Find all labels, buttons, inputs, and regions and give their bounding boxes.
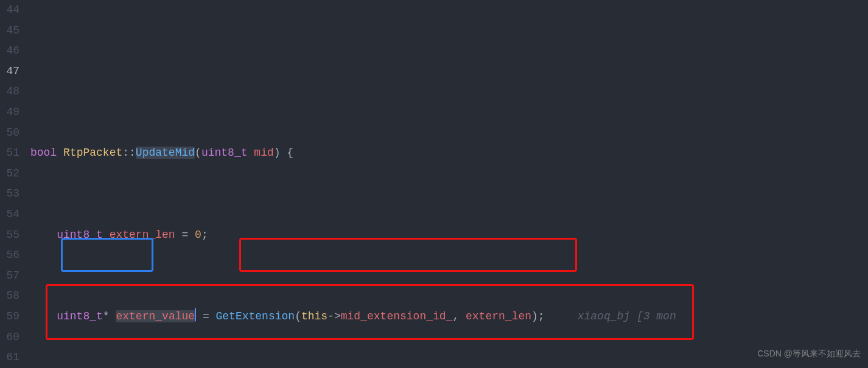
line-number: 46 (0, 41, 19, 61)
line-number: 44 (0, 0, 19, 21)
line-number: 55 (0, 225, 19, 246)
line-number: 45 (0, 21, 19, 41)
code-line: bool RtpPacket::UpdateMid(uint8_t mid) { (30, 143, 868, 164)
highlighted-word: extern_value (116, 310, 196, 322)
line-number: 51 (0, 143, 19, 164)
code-line-current: uint8_t* extern_value = GetExtension(thi… (30, 307, 868, 327)
line-number-gutter: 44 45 46 47 48 49 50 51 52 53 54 55 56 5… (0, 0, 30, 368)
line-number-current: 47 (0, 61, 19, 82)
line-number: 54 (0, 204, 19, 225)
code-editor[interactable]: 44 45 46 47 48 49 50 51 52 53 54 55 56 5… (0, 0, 868, 368)
line-number: 58 (0, 286, 19, 307)
line-number: 57 (0, 266, 19, 286)
git-blame-annotation: xiaoq_bj [3 mon (578, 310, 676, 322)
line-number: 56 (0, 245, 19, 266)
code-line: uint8_t extern_len = 0; (30, 225, 868, 246)
line-number: 53 (0, 184, 19, 204)
watermark-text: CSDN @等风来不如迎风去 (757, 344, 861, 364)
line-number: 48 (0, 82, 19, 102)
line-number: 52 (0, 164, 19, 184)
line-number: 61 (0, 347, 19, 368)
line-number: 59 (0, 307, 19, 327)
selected-text: UpdateMid (136, 147, 195, 159)
code-line (30, 61, 868, 82)
line-number: 49 (0, 102, 19, 123)
code-area[interactable]: bool RtpPacket::UpdateMid(uint8_t mid) {… (30, 0, 868, 368)
line-number: 60 (0, 327, 19, 348)
line-number: 50 (0, 123, 19, 144)
